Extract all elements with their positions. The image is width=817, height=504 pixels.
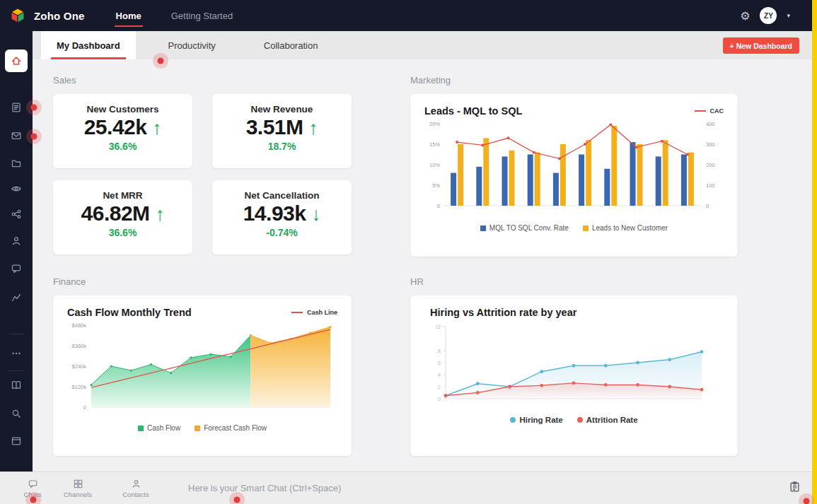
svg-text:2: 2 [438, 385, 441, 389]
chats-button[interactable]: Chats [11, 479, 54, 498]
svg-text:200: 200 [706, 162, 715, 168]
svg-text:6: 6 [438, 361, 441, 365]
svg-text:100: 100 [706, 182, 715, 189]
analytics-chart-icon [11, 292, 22, 303]
sidebar-divider [8, 334, 24, 334]
sidebar-item-mail[interactable] [0, 125, 33, 146]
svg-text:4: 4 [438, 373, 441, 377]
sidebar-item-apps[interactable] [0, 430, 33, 452]
sidebar-item-analytics[interactable] [0, 287, 33, 308]
legend-swatch [480, 225, 486, 231]
topbar-right: ⚙ ZY ▾ [740, 7, 790, 24]
sidebar-item-forms[interactable] [0, 97, 33, 118]
tab-collaboration[interactable]: Collaboration [248, 31, 334, 59]
brand-title: Zoho One [34, 10, 85, 22]
app-edge-strip [812, 0, 817, 504]
svg-text:0: 0 [438, 397, 441, 402]
mail-icon [11, 130, 22, 141]
finance-chart-card: Cash Flow Monthly Trend Cash Line 0$120k… [53, 295, 352, 456]
chart-title: Leads - MQL to SQL [424, 105, 522, 117]
marketing-legend: MQL TO SQL Conv. Rate Leads to New Custo… [410, 224, 738, 232]
legend-swatch [583, 225, 589, 231]
legend-label: Forecast Cash Flow [204, 424, 267, 432]
nav-getting-started[interactable]: Getting Started [170, 8, 234, 24]
folder-icon [11, 158, 22, 169]
svg-text:$360k: $360k [72, 343, 87, 349]
line-swatch [291, 312, 303, 313]
nav-home[interactable]: Home [115, 8, 143, 24]
sidebar-item-catalog[interactable] [0, 375, 33, 396]
sidebar-item-cliq[interactable] [0, 258, 33, 279]
trend-up-arrow-icon: ↑ [308, 117, 318, 139]
kpi-card-new-customers: New Customers 25.42k ↑ 36.6% [53, 94, 192, 168]
tab-my-dashboard[interactable]: My Dashboard [41, 31, 136, 59]
new-dashboard-button[interactable]: + New Dashboard [723, 37, 799, 54]
svg-text:$120k: $120k [72, 384, 87, 390]
svg-text:400: 400 [706, 121, 715, 127]
legend-label: Leads to New Customer [592, 224, 668, 232]
app-sidebar [0, 31, 33, 471]
contacts-button[interactable]: Contacts [115, 479, 157, 498]
tab-productivity[interactable]: Productivity [153, 31, 231, 59]
cac-line-legend: CAC [695, 107, 724, 115]
smart-chat-bar: Chats Channels Contacts [0, 471, 812, 504]
chats-label: Chats [24, 491, 42, 498]
dashboard-content: Sales Marketing Finance HR New Customers… [33, 59, 812, 471]
hr-line-chart: 0246812 [417, 321, 731, 414]
svg-text:$480k: $480k [72, 322, 87, 329]
sidebar-item-people[interactable] [0, 230, 33, 252]
zoho-one-logo-icon[interactable] [8, 6, 27, 25]
chart-title: Hiring vs Attrition rate by year [430, 307, 576, 318]
legend-label: Attrition Rate [586, 416, 638, 424]
kpi-value: 25.42k [84, 115, 147, 139]
sidebar-item-workdrive[interactable] [0, 153, 33, 174]
sidebar-item-search[interactable] [0, 403, 33, 424]
notes-clipboard-button[interactable] [789, 481, 801, 496]
legend-swatch [195, 426, 200, 431]
kpi-label: Net Cancellation [212, 190, 352, 201]
chats-icon [28, 479, 38, 489]
book-icon [11, 380, 22, 391]
svg-text:0: 0 [83, 404, 86, 411]
chat-bubble-icon [11, 263, 22, 274]
section-title-sales: Sales [53, 75, 76, 86]
sidebar-item-crm[interactable] [0, 178, 33, 199]
share-network-icon [11, 209, 22, 220]
trend-down-arrow-icon: ↓ [311, 204, 320, 225]
legend-swatch [577, 417, 583, 423]
svg-text:12: 12 [435, 324, 441, 329]
window-icon [11, 435, 22, 447]
legend-label: CAC [710, 107, 724, 115]
clipboard-icon [789, 481, 801, 493]
sidebar-item-connect[interactable] [0, 204, 33, 225]
svg-text:0: 0 [437, 203, 440, 209]
eye-icon [11, 183, 22, 194]
contacts-icon [131, 479, 141, 489]
settings-gear-icon[interactable]: ⚙ [740, 9, 750, 23]
svg-text:$240k: $240k [72, 363, 87, 370]
top-navigation: Home Getting Started [115, 8, 235, 24]
section-title-finance: Finance [53, 276, 86, 287]
avatar-caret-icon[interactable]: ▾ [787, 12, 790, 19]
svg-text:0: 0 [706, 203, 709, 209]
kpi-value: 14.93k [243, 201, 306, 225]
svg-text:300: 300 [706, 141, 715, 148]
trend-up-arrow-icon: ↑ [155, 204, 164, 225]
sidebar-item-home[interactable] [5, 49, 28, 72]
app-window: Zoho One Home Getting Started ⚙ ZY ▾ [0, 0, 817, 504]
smart-chat-input[interactable] [188, 483, 775, 493]
search-icon [11, 408, 22, 419]
kpi-card-new-revenue: New Revenue 3.51M ↑ 18.7% [212, 94, 352, 168]
sidebar-item-more[interactable] [0, 343, 33, 364]
sidebar-divider [8, 370, 24, 371]
kpi-delta: 18.7% [212, 141, 352, 152]
legend-swatch [138, 426, 144, 431]
channels-button[interactable]: Channels [57, 479, 99, 498]
svg-text:10%: 10% [429, 162, 440, 168]
person-icon [11, 235, 22, 247]
kpi-delta: 36.6% [53, 227, 192, 238]
hr-chart-card: Hiring vs Attrition rate by year 0246812… [410, 295, 738, 456]
legend-label: Hiring Rate [519, 416, 562, 424]
kpi-card-net-cancellation: Net Cancellation 14.93k ↓ -0.74% [212, 180, 352, 254]
user-avatar[interactable]: ZY [760, 7, 777, 24]
